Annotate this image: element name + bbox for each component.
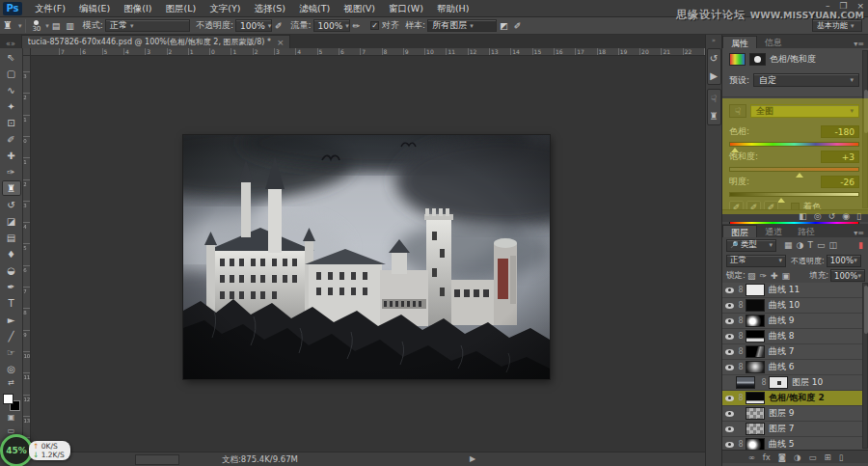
panel-menu-icon[interactable]: ▾≡ xyxy=(849,40,868,48)
menu-item[interactable]: 滤镜(T) xyxy=(292,0,337,17)
quick-select-tool[interactable]: ✦ xyxy=(2,98,21,114)
layer-mask-thumbnail[interactable] xyxy=(746,438,765,450)
layer-name[interactable]: 曲线 10 xyxy=(769,299,800,312)
layer-row[interactable]: 图层 9 xyxy=(722,406,862,422)
layer-row[interactable]: 8曲线 9 xyxy=(722,314,862,329)
clone-stamp-tool[interactable]: ♜ xyxy=(2,180,21,196)
clone-source-panel-icon[interactable]: ▥ xyxy=(66,18,74,34)
layer-thumbnail[interactable] xyxy=(746,407,765,420)
canvas-image[interactable] xyxy=(183,135,550,379)
layer-name[interactable]: 曲线 5 xyxy=(769,438,795,450)
visibility-toggle[interactable] xyxy=(722,303,736,309)
blend-mode-select[interactable]: 正常▾ xyxy=(105,19,190,32)
zoom-tool[interactable]: ◎ xyxy=(2,361,21,376)
properties-scrollbar[interactable] xyxy=(862,50,868,208)
filter-toggle-icon[interactable]: ▮ xyxy=(858,240,863,250)
tab-channels[interactable]: 通道 xyxy=(757,225,790,237)
visibility-toggle[interactable] xyxy=(722,426,736,432)
hand-tool[interactable]: ☞ xyxy=(2,344,21,360)
path-select-tool[interactable]: ► xyxy=(2,312,21,327)
visibility-toggle[interactable] xyxy=(722,334,736,340)
adjust-hand-icon[interactable]: ☟ xyxy=(708,90,720,107)
menu-item[interactable]: 视图(V) xyxy=(337,0,382,17)
layer-fill-select[interactable]: 100%▾ xyxy=(830,269,865,282)
flow-select[interactable]: 100%▾ xyxy=(313,19,350,32)
layer-mask-thumbnail[interactable] xyxy=(746,284,765,296)
menu-item[interactable]: 文件(F) xyxy=(28,0,72,17)
visibility-toggle[interactable] xyxy=(722,442,736,448)
tab-paths[interactable]: 路径 xyxy=(790,225,823,237)
previous-state-icon[interactable]: ◎ xyxy=(814,211,822,221)
visibility-toggle[interactable] xyxy=(722,349,736,355)
menu-item[interactable]: 帮助(H) xyxy=(430,0,476,17)
layer-mask-thumbnail[interactable] xyxy=(746,315,765,327)
layer-style-icon[interactable]: fx xyxy=(763,452,771,462)
marquee-tool[interactable]: ▢ xyxy=(2,66,21,81)
tab-layers[interactable]: 图层 xyxy=(722,225,757,237)
type-tool[interactable]: T xyxy=(2,295,21,311)
link-layers-icon[interactable]: ∞ xyxy=(748,452,755,462)
brush-panel-toggle-icon[interactable]: ▤ xyxy=(52,18,61,34)
new-layer-icon[interactable]: ⊞ xyxy=(825,452,831,462)
network-percent-badge[interactable]: 45% xyxy=(0,434,33,466)
visibility-icon[interactable]: ◉ xyxy=(842,211,850,221)
panel-menu-icon[interactable]: ▾≡ xyxy=(849,229,868,237)
layer-name[interactable]: 色相/饱和度 2 xyxy=(769,392,825,404)
lasso-tool[interactable]: ∿ xyxy=(2,82,21,97)
targeted-adjust-hand-icon[interactable]: ☟ xyxy=(729,104,746,118)
layer-mask-thumbnail[interactable] xyxy=(769,376,788,389)
ignore-adjustment-layers-icon[interactable]: ◩ xyxy=(500,18,508,34)
network-monitor-widget[interactable]: 45% ↑ 0K/S ↓ 1.2K/S xyxy=(0,434,70,466)
menu-item[interactable]: 选择(S) xyxy=(247,0,291,17)
dock-expander-icon[interactable]: «» xyxy=(0,40,21,48)
pen-tool[interactable]: ✒ xyxy=(2,279,21,294)
visibility-toggle[interactable] xyxy=(722,396,736,401)
menu-item[interactable]: 编辑(E) xyxy=(72,0,117,17)
actions-panel-icon[interactable]: ▶ xyxy=(708,67,720,84)
layer-row[interactable]: 8曲线 6 xyxy=(722,360,862,375)
move-tool[interactable]: ⇖ xyxy=(2,49,21,65)
healing-brush-tool[interactable]: ✚ xyxy=(2,148,21,163)
sample-select[interactable]: 所有图层▾ xyxy=(427,19,497,32)
foreground-color-swatch[interactable] xyxy=(3,394,14,404)
layer-mask-thumbnail[interactable] xyxy=(746,299,765,312)
layer-mask-thumbnail[interactable] xyxy=(746,392,765,404)
visibility-toggle[interactable] xyxy=(722,288,736,293)
layer-thumbnail[interactable] xyxy=(736,376,755,389)
filter-pixel-icon[interactable]: ▦ xyxy=(784,240,793,250)
clip-to-layer-icon[interactable]: ◧ xyxy=(799,211,807,221)
eraser-tool[interactable]: ◪ xyxy=(2,213,21,229)
horizontal-ruler[interactable]: 7654321012345678910111213141516171819202… xyxy=(23,48,705,56)
lightness-value[interactable]: -26 xyxy=(821,176,859,188)
menu-item[interactable]: 文字(Y) xyxy=(203,0,247,17)
color-swatches[interactable] xyxy=(3,394,20,411)
brush-picker-caret-icon[interactable]: ▾ xyxy=(45,22,49,30)
menu-item[interactable]: 图像(I) xyxy=(117,0,158,17)
history-panel-icon[interactable]: ↺ xyxy=(708,49,720,67)
tool-preset-caret-icon[interactable]: ▾ xyxy=(18,22,22,30)
layer-name[interactable]: 曲线 11 xyxy=(769,284,800,296)
layer-name[interactable]: 图层 7 xyxy=(769,423,795,435)
visibility-toggle[interactable] xyxy=(722,365,736,370)
layer-row[interactable]: 8曲线 8 xyxy=(722,329,862,344)
lock-transparent-icon[interactable]: ▨ xyxy=(747,271,756,281)
tab-properties[interactable]: 属性 xyxy=(722,36,757,48)
layer-row[interactable]: 8图层 10 xyxy=(722,375,862,391)
zoom-level-field[interactable] xyxy=(135,454,179,465)
layer-mask-thumbnail[interactable] xyxy=(746,330,765,343)
layer-mask-thumbnail[interactable] xyxy=(746,361,765,373)
lightness-slider[interactable] xyxy=(729,192,859,197)
new-group-icon[interactable]: ▭ xyxy=(808,452,816,462)
pressure-size-icon[interactable]: ✐ xyxy=(514,18,522,34)
add-mask-icon[interactable]: ◙ xyxy=(778,452,786,462)
layer-row[interactable]: 8曲线 7 xyxy=(722,344,862,360)
adjustment-layer-icon[interactable]: ◑ xyxy=(794,452,800,462)
hue-value[interactable]: -180 xyxy=(821,125,859,138)
canvas-pasteboard[interactable] xyxy=(31,56,705,452)
lock-pixels-icon[interactable]: ✑ xyxy=(759,271,767,281)
tab-info[interactable]: 信息 xyxy=(757,36,790,48)
gradient-tool[interactable]: ▤ xyxy=(2,230,21,245)
brush-tool[interactable]: ✑ xyxy=(2,164,21,179)
shape-tool[interactable]: ╱ xyxy=(2,328,21,343)
delete-adjustment-icon[interactable]: ▯ xyxy=(856,211,861,221)
